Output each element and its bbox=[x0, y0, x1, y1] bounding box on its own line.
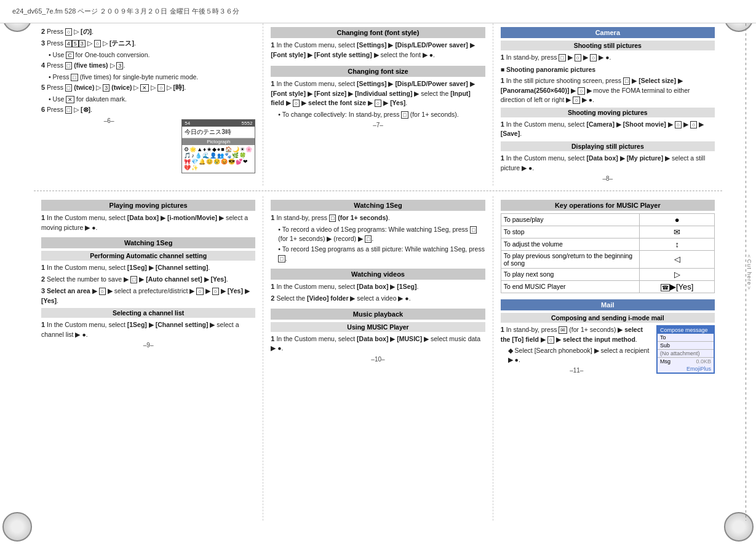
pictograph-label: Pictograph bbox=[182, 138, 255, 145]
p8-panoramic-step1: 1 In the still picture shooting screen, … bbox=[501, 76, 715, 104]
p9-auto-step2: 2 Select the number to save ▶ □ ▶ [Auto … bbox=[41, 275, 255, 285]
compose-msg-row: Msg 0.0KB bbox=[658, 358, 714, 365]
compose-attachment-row: (No attachment) bbox=[658, 350, 714, 358]
shooting-still-subheading: Shooting still pictures bbox=[501, 41, 715, 50]
header-bar: e24_dv65_7e.fm 528 ページ ２００９年３月２０日 金曜日 午後… bbox=[0, 0, 756, 23]
p6-item1: 2 Press ○ ▷ [の]. bbox=[41, 27, 255, 37]
p8-still-step1: 1 In stand-by, press □ ▶ ○ ▶ ○ ▶ ●. bbox=[501, 53, 715, 63]
displaying-still-subheading: Displaying still pictures bbox=[501, 141, 715, 151]
page-6-col: 2 Press ○ ▷ [の]. 3 Press 453 ▷ ○ ▷ [テニス]… bbox=[34, 23, 263, 186]
action-prev: To play previous song/return to the begi… bbox=[501, 250, 640, 268]
p6-bullet1: Use C for One-touch conversion. bbox=[49, 50, 255, 60]
screen-text: 今日のテニス3時 bbox=[182, 127, 255, 138]
page-10-col: Watching 1Seg 1 In stand-by, press □ (fo… bbox=[263, 196, 493, 521]
using-music-player-subheading: Using MUSIC Player bbox=[271, 322, 485, 332]
table-row: To play previous song/return to the begi… bbox=[501, 250, 714, 268]
p8-display-step1: 1 In the Custom menu, select [Data box] … bbox=[501, 154, 715, 173]
p7-font-size-bullet: To change collectively: In stand-by, pre… bbox=[278, 110, 485, 119]
key-end: ☎▶[Yes] bbox=[640, 280, 715, 293]
main-content: 2 Press ○ ▷ [の]. 3 Press 453 ▷ ○ ▷ [テニス]… bbox=[34, 23, 722, 521]
page-9-col: Playing moving pictures 1 In the Custom … bbox=[34, 196, 263, 521]
page-8-col: Camera Shooting still pictures 1 In stan… bbox=[493, 23, 722, 186]
header-text: e24_dv65_7e.fm 528 ページ ２００９年３月２０日 金曜日 午後… bbox=[12, 7, 239, 16]
composing-mail-subheading: Composing and sending i-mode mail bbox=[501, 313, 715, 323]
table-row: To stop ✉ bbox=[501, 226, 714, 238]
page-num-7: –7– bbox=[271, 122, 485, 128]
top-section: 2 Press ○ ▷ [の]. 3 Press 453 ▷ ○ ▷ [テニス]… bbox=[34, 23, 722, 191]
p8-moving-step1: 1 In the Custom menu, select [Camera] ▶ … bbox=[501, 120, 715, 139]
font-style-heading: Changing font (font style) bbox=[271, 27, 485, 38]
p6-item3: 4 Press □ (five times) ▷ 3. bbox=[41, 61, 255, 71]
p6-item5: 6 Press □ ▷ [⊗]. bbox=[41, 105, 255, 115]
performing-auto-subheading: Performing Automatic channel setting bbox=[41, 251, 255, 261]
page-num-10: –10– bbox=[271, 356, 485, 363]
page-11-col: Key operations for MUSIC Player To pause… bbox=[493, 196, 722, 521]
p6-item4: 5 Press □ (twice) ▷ 3 (twice) ▷ ✕ ▷ ○ ▷ … bbox=[41, 83, 255, 93]
p9-playing-step1: 1 In the Custom menu, select [Data box] … bbox=[41, 213, 255, 232]
p10-1seg-bullet2: To record 1Seg programs as a still pictu… bbox=[278, 245, 485, 263]
selecting-channel-subheading: Selecting a channel list bbox=[41, 308, 255, 318]
camera-heading: Camera bbox=[501, 27, 715, 38]
p10-music-step1: 1 In the Custom menu, select [Data box] … bbox=[271, 334, 485, 353]
watching1seg-heading: Watching 1Seg bbox=[41, 237, 255, 248]
p8-panoramic-label: ■ Shooting panoramic pictures bbox=[501, 65, 715, 74]
p6-bullet3: Use ✕ for dakuten mark. bbox=[49, 95, 255, 104]
corner-decoration-br bbox=[724, 512, 754, 542]
page-num-9: –9– bbox=[41, 342, 255, 349]
action-pause-play: To pause/play bbox=[501, 213, 640, 226]
action-stop: To stop bbox=[501, 226, 640, 238]
p10-video-step1: 1 In the Custom menu, select [Data box] … bbox=[271, 282, 485, 292]
table-row: To end MUSIC Player ☎▶[Yes] bbox=[501, 280, 714, 293]
key-stop: ✉ bbox=[640, 226, 715, 238]
action-next: To play next song bbox=[501, 268, 640, 280]
screen-status: 54 bbox=[185, 120, 190, 126]
table-row: To adjust the volume ↕ bbox=[501, 238, 714, 250]
key-pause-play: ● bbox=[640, 213, 715, 226]
table-row: To play next song ▷ bbox=[501, 268, 714, 280]
font-size-heading: Changing font size bbox=[271, 66, 485, 77]
key-operations-heading: Key operations for MUSIC Player bbox=[501, 200, 715, 211]
corner-decoration-bl bbox=[2, 512, 32, 542]
p10-video-step2: 2 Select the [Video] folder ▶ select a v… bbox=[271, 294, 485, 304]
compose-sub-row: Sub bbox=[658, 342, 714, 350]
cut-here-label: ＜Cut here＞ bbox=[745, 253, 753, 291]
page-7-col: Changing font (font style) 1 In the Cust… bbox=[263, 23, 493, 186]
watching-videos-heading: Watching videos bbox=[271, 269, 485, 280]
mail-heading: Mail bbox=[501, 299, 715, 310]
p6-bullet2: Press □ (five times) for single-byte num… bbox=[49, 73, 255, 82]
p6-item2: 3 Press 453 ▷ ○ ▷ [テニス]. bbox=[41, 39, 255, 49]
compose-to-row: To bbox=[658, 334, 714, 342]
action-volume: To adjust the volume bbox=[501, 238, 640, 250]
p7-font-size-step1: 1 In the Custom menu, select [Settings] … bbox=[271, 79, 485, 108]
p7-font-style-step1: 1 In the Custom menu, select [Settings] … bbox=[271, 41, 485, 60]
key-volume: ↕ bbox=[640, 238, 715, 250]
compose-emoji-row: EmojiPlus bbox=[658, 365, 714, 373]
p9-channel-step1: 1 In the Custom menu, select [1Seg] ▶ [C… bbox=[41, 320, 255, 339]
action-end: To end MUSIC Player bbox=[501, 280, 640, 293]
music-playback-heading: Music playback bbox=[271, 309, 485, 320]
p10-1seg-bullet1: To record a video of 1Seg programs: Whil… bbox=[278, 225, 485, 243]
p9-auto-step3: 3 Select an area ▶ ○ ▶ select a prefectu… bbox=[41, 286, 255, 306]
page-num-8: –8– bbox=[501, 175, 715, 182]
watching1seg-p10-heading: Watching 1Seg bbox=[271, 200, 485, 211]
key-next: ▷ bbox=[640, 268, 715, 280]
p10-1seg-step1: 1 In stand-by, press □ (for 1+ seconds). bbox=[271, 213, 485, 223]
p9-auto-step1: 1 In the Custom menu, select [1Seg] ▶ [C… bbox=[41, 263, 255, 273]
bottom-section: Playing moving pictures 1 In the Custom … bbox=[34, 196, 722, 521]
playing-moving-heading: Playing moving pictures bbox=[41, 200, 255, 211]
table-row: To pause/play ● bbox=[501, 213, 714, 226]
shooting-moving-subheading: Shooting moving pictures bbox=[501, 108, 715, 117]
key-operations-table: To pause/play ● To stop ✉ To adjust the … bbox=[501, 213, 715, 293]
key-prev: ◁ bbox=[640, 250, 715, 268]
compose-box-header: Compose message bbox=[658, 326, 714, 334]
